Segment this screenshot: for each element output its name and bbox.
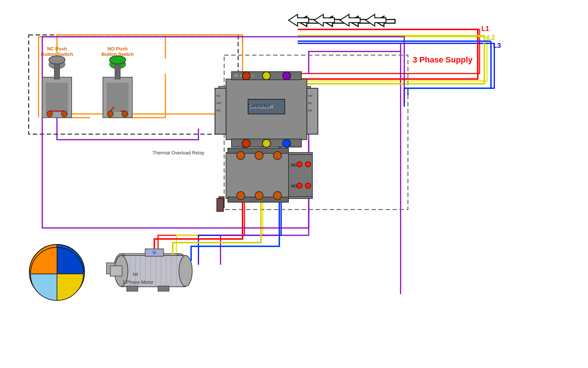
motor-label: 3 Phase Motor bbox=[114, 279, 162, 285]
thermal-relay-label: Thermal Overload Relay bbox=[153, 150, 204, 156]
contactor-label: Contactor bbox=[243, 103, 276, 108]
L2-label: L2 bbox=[487, 34, 495, 42]
L3-label: L3 bbox=[493, 42, 501, 50]
L1-label: L1 bbox=[481, 25, 489, 33]
three-phase-supply-label: 3 Phase Supply bbox=[413, 55, 473, 65]
nc-switch-label: NC PushButton Switch bbox=[39, 46, 75, 57]
no-switch-label: NO PushButton Switch bbox=[99, 46, 136, 57]
